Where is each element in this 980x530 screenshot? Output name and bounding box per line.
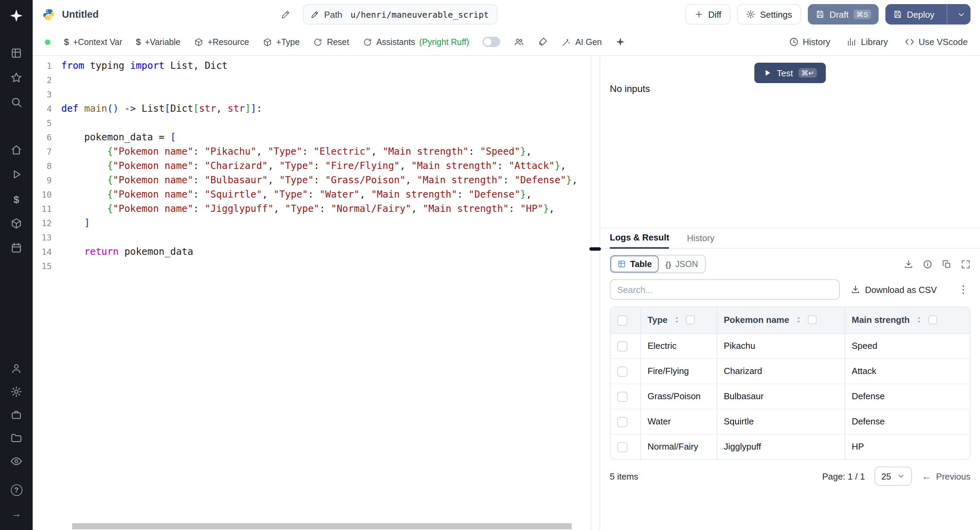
settings-gear-icon[interactable] [3,380,30,403]
folders-icon[interactable] [3,426,30,450]
column-checkbox[interactable] [686,316,695,325]
editor-horizontal-scrollbar[interactable] [72,523,572,529]
diff-button[interactable]: Diff [685,4,730,24]
wand-icon [562,37,571,47]
code-line[interactable]: 5 [33,116,591,130]
history-button[interactable]: History [788,37,830,47]
info-icon[interactable] [923,259,932,269]
chevron-down-icon [897,472,905,480]
code-line[interactable]: 14 return pokemon_data [33,244,591,259]
download-csv-button[interactable]: Download as CSV [851,284,937,295]
no-inputs-label: No inputs [610,83,650,94]
use-vscode-button[interactable]: Use VScode [904,37,968,47]
column-header-type: Type [648,315,668,325]
row-checkbox[interactable] [617,442,627,452]
home-icon[interactable] [3,137,30,162]
tab-logs-result[interactable]: Logs & Result [610,232,669,249]
code-line[interactable]: 11 {"Pokemon name": "Jigglypuff", "Type"… [33,202,591,216]
assistants-hint: (Pyright Ruff) [419,37,469,47]
column-checkbox[interactable] [928,316,937,325]
sort-icon[interactable] [915,316,923,325]
page-size-select[interactable]: 25 [875,467,912,486]
resources-cube-icon[interactable] [3,211,30,236]
code-line[interactable]: 15 [33,259,591,273]
apps-grid-icon[interactable] [3,41,30,65]
copy-icon[interactable] [942,259,951,269]
table-cell: Bulbasaur [717,383,845,409]
sparkle-icon[interactable] [616,37,626,47]
help-icon[interactable]: ? [3,478,30,501]
code-editor[interactable]: 1from typing import List, Dict234def mai… [33,56,591,530]
expand-icon[interactable] [961,259,970,269]
code-line[interactable]: 12 ] [33,216,591,230]
select-all-checkbox[interactable] [617,315,627,326]
save-icon [815,10,825,19]
edit-pencil-icon[interactable] [281,9,291,19]
schedules-calendar-icon[interactable] [3,236,30,260]
deploy-button[interactable]: Deploy [885,4,970,24]
audit-eye-icon[interactable] [3,450,30,473]
row-checkbox[interactable] [617,341,627,351]
view-table-button[interactable]: Table [611,255,659,273]
code-line[interactable]: 7 {"Pokemon name": "Pikachu", "Type": "E… [33,144,591,159]
previous-page-button[interactable]: ← Previous [922,471,970,482]
code-line[interactable]: 8 {"Pokemon name": "Charizard", "Type": … [33,159,591,173]
ai-gen-button[interactable]: AI Gen [562,37,602,47]
code-line[interactable]: 9 {"Pokemon name": "Bulbasaur", "Type": … [33,173,591,187]
code-line[interactable]: 1from typing import List, Dict [33,59,591,73]
code-line[interactable]: 10 {"Pokemon name": "Squirtle", "Type": … [33,187,591,202]
add-type-button[interactable]: +Type [263,37,300,47]
test-button[interactable]: Test ⌘↵ [754,63,826,83]
search-icon[interactable] [3,90,30,115]
workers-briefcase-icon[interactable] [3,403,30,426]
line-number: 6 [33,130,61,144]
reset-button[interactable]: Reset [313,37,349,47]
view-json-button[interactable]: {} JSON [659,255,705,273]
path-field[interactable]: Path u/henri/maneuverable_script [303,4,498,24]
dollar-icon: $ [136,37,140,47]
row-checkbox[interactable] [617,366,627,377]
kebab-menu-icon[interactable]: ⋮ [956,283,970,296]
toolbar-right-group: History Library Use VScode [788,37,968,47]
python-logo-icon [42,8,55,21]
path-label: Path [324,9,343,19]
library-button[interactable]: Library [846,37,888,47]
code-line[interactable]: 6 pokemon_data = [ [33,130,591,144]
code-line[interactable]: 4def main() -> List[Dict[str, str]]: [33,102,591,116]
add-resource-button[interactable]: +Resource [194,37,249,47]
windmill-logo-icon[interactable] [9,8,24,24]
column-checkbox[interactable] [808,316,816,325]
row-checkbox[interactable] [617,417,627,427]
pane-resize-handle[interactable] [589,247,601,251]
cube-icon [263,37,272,47]
assistants-toggle[interactable] [483,37,501,47]
format-brush-icon[interactable] [538,37,548,47]
settings-button[interactable]: Settings [737,4,801,24]
row-checkbox[interactable] [617,391,627,402]
search-input[interactable] [610,279,840,300]
tab-history[interactable]: History [687,233,714,248]
sort-icon[interactable] [673,316,681,325]
table-cell: Squirtle [717,409,845,434]
download-icon[interactable] [904,259,913,269]
favorites-star-icon[interactable] [3,65,30,90]
download-icon [851,285,860,294]
column-header-main-strength: Main strength [852,315,910,325]
content-split: 1from typing import List, Dict234def mai… [33,56,980,530]
page-indicator: Page: 1 / 1 [822,471,865,481]
code-line[interactable]: 13 [33,230,591,244]
add-context-var-button[interactable]: $ +Context Var [64,37,122,47]
add-variable-button[interactable]: $ +Variable [136,37,180,47]
collapse-sidebar-arrow-icon[interactable]: → [3,501,30,525]
variables-dollar-icon[interactable]: $ [3,187,30,211]
multiplayer-users-icon[interactable] [514,37,524,47]
sort-icon[interactable] [795,316,802,325]
code-line[interactable]: 2 [33,73,591,87]
code-line[interactable]: 3 [33,87,591,102]
draft-button[interactable]: Draft ⌘S [808,4,878,24]
chevron-down-icon [957,10,966,19]
assistants-button[interactable]: Assistants (Pyright Ruff) [363,37,469,47]
runs-play-icon[interactable] [3,162,30,187]
user-icon[interactable] [3,357,30,380]
deploy-dropdown[interactable] [952,4,970,24]
